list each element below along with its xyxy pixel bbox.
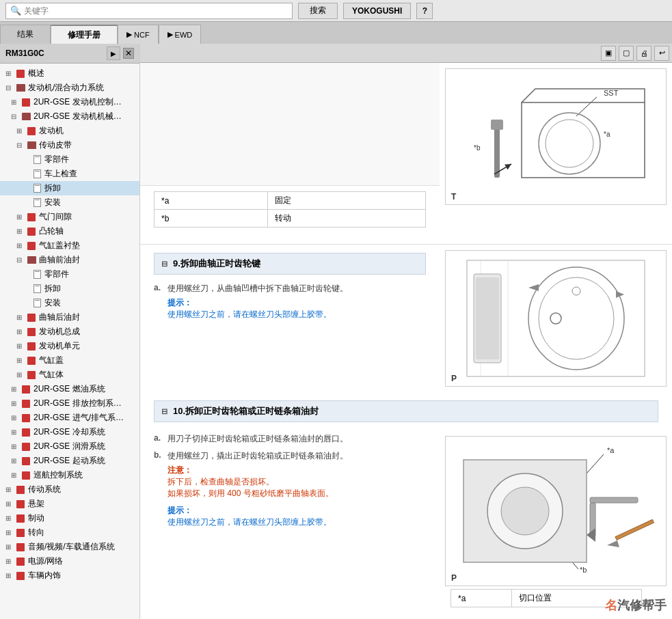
hint10-label: 提示：	[167, 505, 426, 517]
arrow-btn[interactable]: ↩	[654, 46, 669, 61]
sidebar-item-front-seal[interactable]: ⊟ 曲轴前油封	[0, 253, 139, 267]
hint10-text: 使用螺丝刀之前，请在螺丝刀头部缠上胶带。	[167, 517, 426, 528]
item-label: 凸轮轴	[39, 225, 64, 237]
sidebar-item-disassemble[interactable]: 拆卸	[0, 181, 139, 195]
sidebar-item-intake[interactable]: ⊞ 2UR-GSE 进气/排气系…	[0, 411, 139, 425]
search-input[interactable]	[24, 6, 284, 16]
help-button[interactable]: ?	[416, 3, 433, 19]
print-btn[interactable]: 🖨	[636, 46, 651, 61]
toggle-icon: ⊞	[11, 457, 21, 465]
tab-ncf[interactable]: ▶ NCF	[118, 25, 159, 44]
item-label: 发动机/混合动力系统	[28, 82, 104, 94]
toggle-icon: ⊞	[5, 543, 15, 551]
sidebar-item-steering[interactable]: ⊞ 转向	[0, 525, 139, 540]
sidebar-item-cylinder-body[interactable]: ⊞ 气缸体	[0, 368, 139, 382]
section10-diagram: *a *b	[450, 439, 662, 583]
sidebar-item-engine-total[interactable]: ⊞ 发动机总成	[0, 325, 139, 339]
sidebar-item-cooling[interactable]: ⊞ 2UR-GSE 冷却系统	[0, 425, 139, 439]
toggle-icon: ⊞	[16, 314, 26, 321]
step-content: 使用螺丝刀，从曲轴凹槽中拆下曲轴正时齿轮键。 提示： 使用螺丝刀之前，请在螺丝刀…	[167, 283, 426, 320]
sidebar-item-front-seal-parts[interactable]: 零部件	[0, 267, 139, 281]
item-label: 电源/网络	[28, 555, 63, 567]
item-label: 安装	[44, 297, 61, 309]
sidebar-item-inspection[interactable]: 车上检查	[0, 167, 139, 181]
toggle-icon: ⊞	[5, 70, 15, 77]
sidebar-item-starter[interactable]: ⊞ 2UR-GSE 起动系统	[0, 454, 139, 468]
book-icon	[15, 542, 26, 552]
tab-results[interactable]: 结果	[0, 25, 51, 44]
sidebar-item-av[interactable]: ⊞ 音频/视频/车载通信系统	[0, 540, 139, 554]
book-icon	[15, 528, 26, 538]
svg-point-13	[550, 313, 561, 324]
tab-ewd[interactable]: ▶ EWD	[159, 25, 202, 44]
window2-btn[interactable]: ▢	[619, 46, 634, 61]
table-cell: *b	[154, 210, 268, 228]
sidebar-item-engine-unit[interactable]: ⊞ 发动机单元	[0, 339, 139, 353]
sidebar-item-gasket[interactable]: ⊞ 气缸盖衬垫	[0, 238, 139, 253]
sidebar-item-lubrication[interactable]: ⊞ 2UR-GSE 润滑系统	[0, 439, 139, 454]
sidebar-item-engine[interactable]: ⊞ 发动机	[0, 124, 139, 138]
sidebar-item-overview[interactable]: ⊞ 概述	[0, 66, 139, 81]
svg-line-16	[587, 454, 604, 473]
sidebar-item-parts[interactable]: 零部件	[0, 152, 139, 167]
sidebar-item-camshaft[interactable]: ⊞ 凸轮轴	[0, 224, 139, 238]
sidebar-item-2urgse-control[interactable]: ⊞ 2UR-GSE 发动机控制…	[0, 95, 139, 109]
note10-text1: 拆下后，检查曲轴是否损坏。	[167, 476, 426, 488]
doc-icon	[31, 184, 42, 193]
sidebar-item-power[interactable]: ⊞ 电源/网络	[0, 554, 139, 568]
search-button[interactable]: 搜索	[298, 3, 338, 19]
item-label: 零部件	[44, 154, 69, 165]
item-label: 转向	[28, 527, 44, 538]
sidebar-item-interior[interactable]: ⊞ 车辆内饰	[0, 568, 139, 583]
svg-point-6	[539, 113, 600, 174]
sidebar-item-valve-gap[interactable]: ⊞ 气门间隙	[0, 210, 139, 224]
sidebar-item-brake[interactable]: ⊞ 制动	[0, 511, 139, 525]
sidebar-item-cruise[interactable]: ⊞ 巡航控制系统	[0, 468, 139, 482]
sidebar: RM31G0C ▶ ✕ ⊞ 概述 ⊟ 发动机/混合动力系统 ⊞ 2UR-GSE	[0, 44, 140, 619]
section9-toggle[interactable]: ⊟	[161, 260, 167, 269]
item-label: 拆卸	[44, 283, 61, 294]
toggle-icon: ⊞	[11, 428, 21, 436]
step-letter: b.	[154, 450, 167, 460]
section10-toggle[interactable]: ⊟	[161, 407, 167, 416]
svg-rect-21	[590, 497, 638, 503]
yokogushi-button[interactable]: YOKOGUSHI	[343, 3, 411, 19]
content-body[interactable]: *a 固定 *b 转动	[140, 63, 672, 619]
book-icon	[21, 98, 31, 107]
toggle-icon: ⊞	[11, 385, 21, 393]
sidebar-header: RM31G0C ▶ ✕	[0, 44, 139, 64]
svg-point-7	[546, 120, 593, 167]
book-icon	[15, 485, 26, 495]
section9-p-label: P	[451, 374, 457, 383]
sidebar-item-fuel-system[interactable]: ⊞ 2UR-GSE 燃油系统	[0, 382, 139, 396]
hint9-text: 使用螺丝刀之前，请在螺丝刀头部缠上胶带。	[167, 309, 426, 320]
sidebar-item-suspension[interactable]: ⊞ 悬架	[0, 497, 139, 511]
item-label: 概述	[28, 68, 44, 79]
sidebar-item-install[interactable]: 安装	[0, 195, 139, 210]
item-label: 安装	[44, 197, 61, 208]
book-icon	[26, 227, 37, 236]
sidebar-nav-btn[interactable]: ▶	[107, 46, 120, 60]
sidebar-item-rear-seal[interactable]: ⊞ 曲轴后油封	[0, 310, 139, 325]
sidebar-close-btn[interactable]: ✕	[123, 48, 134, 59]
window1-btn[interactable]: ▣	[601, 46, 616, 61]
toggle-icon: ⊟	[11, 113, 21, 120]
sidebar-item-drive-belt[interactable]: ⊟ 传动皮带	[0, 138, 139, 152]
content-toolbar: ▣ ▢ 🖨 ↩	[140, 44, 672, 63]
sidebar-item-emission[interactable]: ⊞ 2UR-GSE 排放控制系…	[0, 396, 139, 411]
sidebar-item-transmission[interactable]: ⊞ 传动系统	[0, 482, 139, 497]
sidebar-item-front-seal-install[interactable]: 安装	[0, 296, 139, 310]
book-icon	[15, 69, 26, 79]
sidebar-item-2urgse-mech[interactable]: ⊟ 2UR-GSE 发动机机械…	[0, 109, 139, 124]
sidebar-item-front-seal-remove[interactable]: 拆卸	[0, 281, 139, 296]
sidebar-item-engine-system[interactable]: ⊟ 发动机/混合动力系统	[0, 81, 139, 95]
section9-title: 9.拆卸曲轴正时齿轮键	[173, 258, 260, 270]
item-label: 制动	[28, 512, 44, 524]
tab-manual[interactable]: 修理手册	[51, 25, 118, 44]
item-label: 曲轴后油封	[39, 312, 80, 323]
item-label: 曲轴前油封	[39, 254, 80, 266]
sidebar-item-cylinder-head[interactable]: ⊞ 气缸盖	[0, 353, 139, 368]
svg-point-20	[501, 487, 549, 535]
item-label: 发动机总成	[39, 326, 80, 338]
step-letter: a.	[154, 433, 167, 443]
